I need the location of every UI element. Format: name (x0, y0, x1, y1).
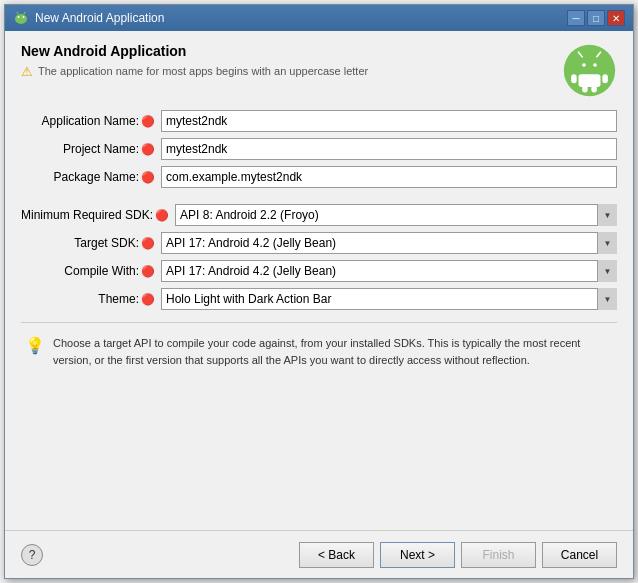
title-bar: New Android Application ─ □ ✕ (5, 5, 633, 31)
maximize-button[interactable]: □ (587, 10, 605, 26)
svg-point-2 (23, 16, 25, 18)
svg-point-8 (593, 63, 597, 67)
info-icon: 💡 (25, 336, 45, 355)
close-button[interactable]: ✕ (607, 10, 625, 26)
required-icon-6: 🔴 (141, 265, 155, 278)
package-name-input[interactable] (161, 166, 617, 188)
required-icon: 🔴 (141, 115, 155, 128)
warning-icon: ⚠ (21, 65, 33, 78)
title-bar-text: New Android Application (35, 11, 164, 25)
compile-with-row: Compile With: 🔴 API 17: Android 4.2 (Jel… (21, 260, 617, 282)
min-sdk-select[interactable]: API 8: Android 2.2 (Froyo) (175, 204, 617, 226)
package-name-label: Package Name: 🔴 (21, 170, 161, 184)
svg-rect-13 (602, 74, 608, 83)
required-icon-3: 🔴 (141, 171, 155, 184)
window-icon (13, 10, 29, 26)
form-section: Application Name: 🔴 Project Name: 🔴 Pack… (21, 110, 617, 310)
svg-rect-12 (571, 74, 577, 83)
package-name-row: Package Name: 🔴 (21, 166, 617, 188)
footer-buttons: < Back Next > Finish Cancel (299, 542, 617, 568)
cancel-button[interactable]: Cancel (542, 542, 617, 568)
app-name-label: Application Name: 🔴 (21, 114, 161, 128)
footer-left: ? (21, 544, 43, 566)
svg-point-1 (18, 16, 20, 18)
required-icon-4: 🔴 (155, 209, 169, 222)
target-sdk-label: Target SDK: 🔴 (21, 236, 161, 250)
info-section: 💡 Choose a target API to compile your co… (21, 335, 617, 368)
title-bar-controls: ─ □ ✕ (567, 10, 625, 26)
warning-row: ⚠ The application name for most apps beg… (21, 65, 562, 78)
page-header-left: New Android Application ⚠ The applicatio… (21, 43, 562, 78)
page-header: New Android Application ⚠ The applicatio… (21, 43, 617, 98)
finish-button[interactable]: Finish (461, 542, 536, 568)
min-sdk-wrapper: API 8: Android 2.2 (Froyo) ▼ (175, 204, 617, 226)
svg-point-0 (15, 14, 27, 24)
title-bar-left: New Android Application (13, 10, 164, 26)
project-name-input[interactable] (161, 138, 617, 160)
dialog-content: New Android Application ⚠ The applicatio… (5, 31, 633, 530)
project-name-row: Project Name: 🔴 (21, 138, 617, 160)
svg-point-7 (582, 63, 586, 67)
app-name-input[interactable] (161, 110, 617, 132)
page-title: New Android Application (21, 43, 562, 59)
minimize-button[interactable]: ─ (567, 10, 585, 26)
app-name-row: Application Name: 🔴 (21, 110, 617, 132)
next-button[interactable]: Next > (380, 542, 455, 568)
target-sdk-row: Target SDK: 🔴 API 17: Android 4.2 (Jelly… (21, 232, 617, 254)
back-button[interactable]: < Back (299, 542, 374, 568)
compile-with-label: Compile With: 🔴 (21, 264, 161, 278)
theme-wrapper: Holo Light with Dark Action Bar ▼ (161, 288, 617, 310)
required-icon-2: 🔴 (141, 143, 155, 156)
dialog-footer: ? < Back Next > Finish Cancel (5, 530, 633, 578)
min-sdk-label: Minimum Required SDK: 🔴 (21, 208, 175, 222)
target-sdk-wrapper: API 17: Android 4.2 (Jelly Bean) ▼ (161, 232, 617, 254)
divider (21, 322, 617, 323)
required-icon-5: 🔴 (141, 237, 155, 250)
theme-select[interactable]: Holo Light with Dark Action Bar (161, 288, 617, 310)
svg-rect-11 (579, 74, 601, 87)
svg-rect-14 (582, 85, 588, 92)
help-button[interactable]: ? (21, 544, 43, 566)
target-sdk-select[interactable]: API 17: Android 4.2 (Jelly Bean) (161, 232, 617, 254)
theme-row: Theme: 🔴 Holo Light with Dark Action Bar… (21, 288, 617, 310)
project-name-label: Project Name: 🔴 (21, 142, 161, 156)
required-icon-7: 🔴 (141, 293, 155, 306)
svg-line-3 (17, 12, 18, 14)
min-sdk-row: Minimum Required SDK: 🔴 API 8: Android 2… (21, 204, 617, 226)
android-logo (562, 43, 617, 98)
theme-label: Theme: 🔴 (21, 292, 161, 306)
main-window: New Android Application ─ □ ✕ New Androi… (4, 4, 634, 579)
compile-with-wrapper: API 17: Android 4.2 (Jelly Bean) ▼ (161, 260, 617, 282)
svg-line-4 (24, 12, 25, 14)
compile-with-select[interactable]: API 17: Android 4.2 (Jelly Bean) (161, 260, 617, 282)
svg-rect-15 (591, 85, 597, 92)
info-text: Choose a target API to compile your code… (53, 335, 613, 368)
warning-text: The application name for most apps begin… (38, 65, 368, 77)
